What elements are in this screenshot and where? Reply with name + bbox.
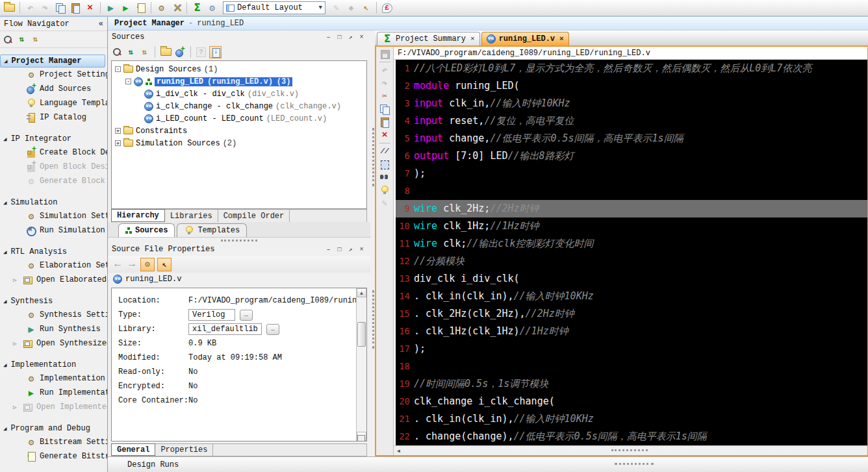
- currency-help-button[interactable]: £: [380, 1, 394, 15]
- minimize-button[interactable]: –: [324, 32, 333, 42]
- tree-row-design-sources[interactable]: -Design Sources(1): [112, 63, 366, 75]
- browse-button[interactable]: …: [266, 324, 279, 335]
- code-line[interactable]: 1//八个LED彩灯L0到L7，显示方式为全亮，然后奇数灭，然后偶数灭，然后从L…: [396, 60, 867, 77]
- paste-icon[interactable]: [379, 117, 390, 127]
- code-line[interactable]: 22. change(change),//低电平表示0.5s间隔，高电平表示1s…: [396, 428, 867, 445]
- delete-button[interactable]: ×: [83, 1, 97, 15]
- highlight-button[interactable]: ✎: [329, 1, 343, 15]
- scroll-up-icon[interactable]: ▲: [357, 288, 366, 297]
- edit-icon[interactable]: ✎: [379, 198, 390, 208]
- tab-compile-order[interactable]: Compile Order: [218, 210, 290, 222]
- delete-icon[interactable]: ×: [379, 130, 390, 140]
- panel-corner-grip[interactable]: [357, 435, 365, 441]
- minimize-button[interactable]: –: [324, 245, 333, 255]
- splitter-handle[interactable]: [615, 463, 654, 465]
- flow-section-program-and-debug[interactable]: ◢Program and Debug: [0, 422, 107, 435]
- horizontal-scrollbar[interactable]: ◀: [394, 445, 867, 455]
- vertical-scrollbar[interactable]: ▲ ▼: [356, 288, 366, 441]
- expand-all-icon[interactable]: ⇅: [30, 34, 40, 45]
- flow-item-ip-catalog[interactable]: IP Catalog: [0, 110, 107, 125]
- help-icon[interactable]: ?: [196, 47, 206, 57]
- code-line[interactable]: 20clk_change i_clk_change(: [396, 393, 867, 410]
- chevron-down-icon[interactable]: ▼: [319, 5, 322, 11]
- unhighlight-button[interactable]: ◆: [344, 1, 358, 15]
- forward-arrow-icon[interactable]: →: [126, 258, 138, 270]
- tab-hierarchy[interactable]: Hierarchy: [111, 209, 165, 222]
- tab-general[interactable]: General: [111, 443, 155, 456]
- expand-arrow-icon[interactable]: ▷: [13, 277, 19, 284]
- code-line[interactable]: 3input clk_in,//输入时钟10KHz: [396, 95, 867, 112]
- close-icon[interactable]: ×: [559, 35, 564, 43]
- expand-arrow-icon[interactable]: ▷: [13, 340, 19, 347]
- code-line[interactable]: 2module runing_LED(: [396, 77, 867, 95]
- code-line[interactable]: 14. clk_in(clk_in),//输入时钟10KHz: [396, 288, 867, 305]
- block-select-icon[interactable]: [379, 159, 390, 169]
- code-line[interactable]: 12//分频模块: [396, 253, 867, 270]
- run-button[interactable]: ▶: [119, 1, 133, 15]
- close-button[interactable]: ×: [357, 32, 366, 42]
- flow-item-create-block-design[interactable]: Create Block Design: [0, 145, 107, 160]
- code-area[interactable]: 1//八个LED彩灯L0到L7，显示方式为全亮，然后奇数灭，然后偶数灭，然后从L…: [394, 60, 867, 445]
- expand-node-icon[interactable]: +: [115, 140, 121, 146]
- code-line[interactable]: 10wire clk_1Hz;//1Hz时钟: [396, 217, 867, 235]
- find-in-file-icon[interactable]: [379, 172, 390, 182]
- code-line[interactable]: 4input reset,//复位，高电平复位: [396, 112, 867, 130]
- collapse-all-icon[interactable]: ⇅: [125, 47, 136, 57]
- scroll-to-selected-icon[interactable]: [209, 46, 222, 58]
- settings-gear-button[interactable]: ⚙: [140, 258, 155, 271]
- code-line[interactable]: 7);: [396, 165, 867, 182]
- vertical-splitter[interactable]: [370, 31, 375, 456]
- float-button[interactable]: ↗: [346, 245, 355, 255]
- design-runs-header[interactable]: Design Runs: [108, 456, 868, 472]
- tab-libraries[interactable]: Libraries: [165, 210, 218, 222]
- flow-item-language-templates[interactable]: Language Templates: [0, 96, 107, 110]
- paste-button[interactable]: [68, 1, 82, 15]
- settings-gear-button[interactable]: ⚙: [155, 1, 168, 15]
- code-line[interactable]: 9wire clk_2Hz;//2Hz时钟: [396, 200, 867, 217]
- editor-tab-runing-led-v[interactable]: runing_LED.v×: [481, 32, 569, 45]
- scrollbar-handle[interactable]: [611, 449, 648, 451]
- tree-row-i-div-clk-div-clk[interactable]: i_div_clk - div_clk(div_clk.v): [112, 88, 366, 100]
- expand-arrow-icon[interactable]: ▷: [13, 404, 19, 411]
- tree-row-i-led-count-led-count[interactable]: i_LED_count - LED_count(LED_count.v): [112, 112, 366, 125]
- collapse-node-icon[interactable]: -: [125, 79, 131, 84]
- layout-selector[interactable]: Default Layout ▼: [223, 1, 326, 14]
- float-button[interactable]: ↗: [346, 32, 355, 42]
- code-line[interactable]: 5input change,//低电平表示0.5s间隔，高电平表示1s间隔: [396, 130, 867, 147]
- collapse-node-icon[interactable]: -: [115, 66, 121, 72]
- copy-button[interactable]: [53, 1, 67, 15]
- close-button[interactable]: ×: [357, 245, 366, 255]
- code-line[interactable]: 21. clk_in(clk_in),//输入时钟10KHz: [396, 410, 867, 428]
- lightbulb-icon[interactable]: [379, 185, 390, 195]
- flow-item-run-implementation[interactable]: ▶Run Implementation: [0, 386, 107, 400]
- tab-sources[interactable]: Sources: [118, 223, 175, 237]
- flow-item-project-settings[interactable]: ⚙Project Settings: [0, 68, 107, 82]
- code-line[interactable]: 17);: [396, 340, 867, 358]
- add-sources-icon[interactable]: [175, 47, 185, 57]
- maximize-button[interactable]: □: [335, 245, 344, 255]
- property-value-input[interactable]: xil_defaultlib: [188, 323, 262, 335]
- generate-bitstream-button[interactable]: [134, 1, 147, 15]
- flow-section-implementation[interactable]: ◢Implementation: [0, 358, 107, 371]
- flow-item-bitstream-settings[interactable]: ⚙Bitstream Settings: [0, 435, 107, 449]
- flow-section-synthesis[interactable]: ◢Synthesis: [0, 295, 107, 308]
- save-icon[interactable]: [379, 49, 390, 59]
- search-icon[interactable]: [112, 47, 122, 57]
- code-line[interactable]: 18: [396, 358, 867, 375]
- flow-item-add-sources[interactable]: Add Sources: [0, 82, 107, 96]
- flow-section-simulation[interactable]: ◢Simulation: [0, 196, 107, 209]
- flow-section-ip-integrator[interactable]: ◢IP Integrator: [0, 132, 107, 145]
- select-pointer-button[interactable]: ↖: [157, 258, 172, 271]
- scroll-left-icon[interactable]: ◀: [394, 447, 403, 455]
- tab-templates[interactable]: Templates: [177, 223, 247, 237]
- flow-item-generate-bitstream[interactable]: Generate Bitstream: [0, 449, 107, 464]
- redo-button[interactable]: ↷: [38, 1, 52, 15]
- flow-section-project-manager[interactable]: ◢Project Manager: [0, 55, 105, 68]
- tree-row-i-clk-change-clk-change[interactable]: i_clk_change - clk_change(clk_change.v): [112, 100, 366, 112]
- flow-item-run-synthesis[interactable]: ▶Run Synthesis: [0, 322, 107, 336]
- flow-item-run-simulation[interactable]: Run Simulation: [0, 223, 107, 238]
- flow-item-implementation-settings[interactable]: ⚙Implementation Settings: [0, 371, 107, 386]
- expand-all-icon[interactable]: ⇅: [139, 47, 149, 57]
- property-value-input[interactable]: Verilog: [188, 309, 235, 321]
- flow-item-open-elaborated-design[interactable]: ▷Open Elaborated Design: [0, 273, 107, 287]
